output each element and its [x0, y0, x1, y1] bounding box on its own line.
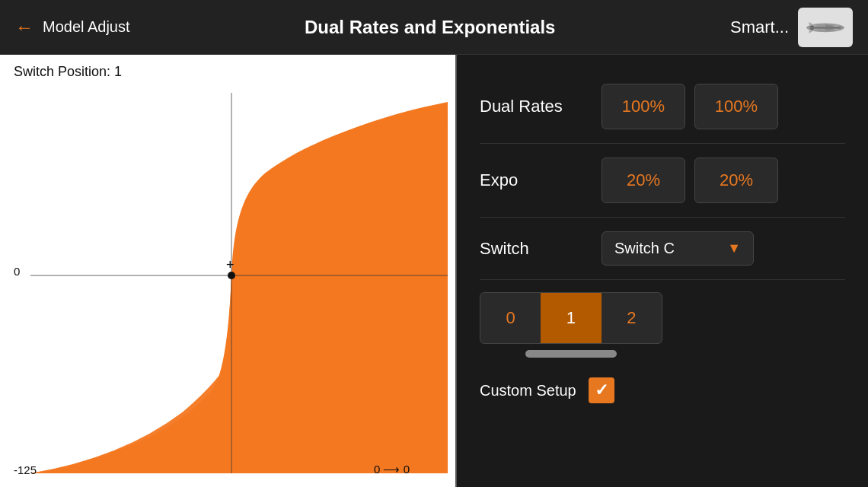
back-button[interactable]: ← Model Adjust [15, 17, 130, 38]
switch-dropdown[interactable]: Switch C ▼ [602, 231, 754, 266]
position-btn-2[interactable]: 2 [602, 293, 662, 343]
header: ← Model Adjust Dual Rates and Exponentia… [0, 0, 868, 55]
svg-rect-5 [810, 26, 841, 28]
svg-point-9 [228, 272, 235, 279]
plane-icon[interactable] [798, 8, 853, 47]
expo-row: Expo 20% 20% [480, 144, 845, 218]
expo-value2[interactable]: 20% [694, 158, 778, 203]
switch-label: Switch [480, 239, 586, 259]
exponential-chart[interactable]: + [0, 55, 455, 487]
x-axis-label: 0 ⟶ 0 [374, 463, 410, 476]
expo-value1[interactable]: 20% [602, 158, 685, 203]
expo-values: 20% 20% [602, 158, 778, 203]
y-axis-zero-label: 0 [14, 265, 20, 278]
dropdown-arrow-icon: ▼ [727, 240, 741, 256]
switch-position-label: Switch Position: 1 [14, 64, 122, 80]
dual-rates-value1[interactable]: 100% [602, 84, 685, 129]
dual-rates-label: Dual Rates [480, 97, 586, 116]
position-btn-1[interactable]: 1 [541, 293, 601, 343]
chart-panel: Switch Position: 1 +125 + 0 -125 0 [0, 55, 457, 487]
smart-label: Smart... [730, 18, 789, 37]
position-slider-bar [525, 350, 617, 358]
svg-text:+: + [226, 257, 234, 272]
dual-rates-row: Dual Rates 100% 100% [480, 70, 845, 144]
header-right: Smart... [730, 8, 853, 47]
y-axis-bottom-label: -125 [14, 463, 37, 476]
custom-setup-row: Custom Setup ✓ [480, 367, 845, 414]
custom-setup-checkbox[interactable]: ✓ [589, 377, 614, 403]
switch-row: Switch Switch C ▼ [480, 218, 845, 280]
custom-setup-label: Custom Setup [480, 382, 576, 399]
back-label: Model Adjust [43, 18, 130, 36]
page-title: Dual Rates and Exponentials [130, 17, 730, 38]
main-content: Switch Position: 1 +125 + 0 -125 0 [0, 55, 868, 487]
back-arrow-icon: ← [15, 17, 34, 38]
dual-rates-value2[interactable]: 100% [694, 84, 778, 129]
dual-rates-values: 100% 100% [602, 84, 778, 129]
switch-dropdown-text: Switch C [614, 240, 675, 257]
checkmark-icon: ✓ [595, 380, 608, 400]
expo-label: Expo [480, 170, 586, 190]
position-section: 0 1 2 [480, 280, 845, 364]
position-selector: 0 1 2 [480, 292, 662, 344]
position-btn-0[interactable]: 0 [480, 293, 541, 343]
right-panel: Dual Rates 100% 100% Expo 20% 20% Switch… [457, 55, 868, 487]
